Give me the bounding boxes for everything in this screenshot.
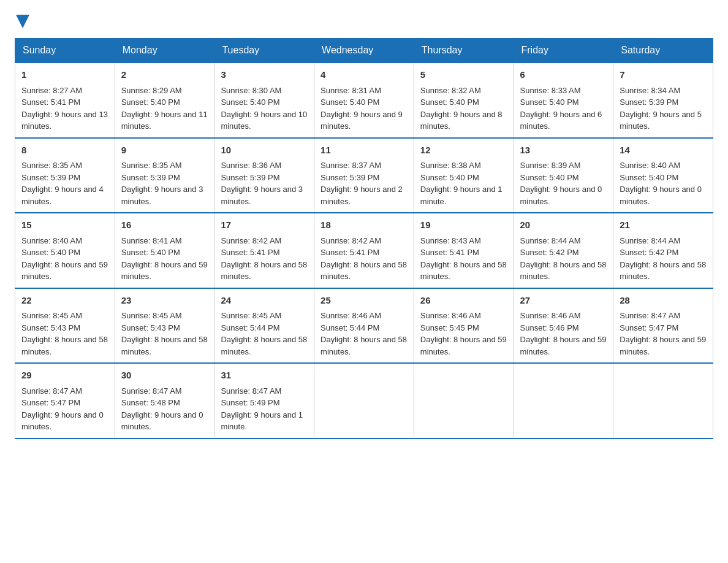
calendar-cell: 23Sunrise: 8:45 AMSunset: 5:43 PMDayligh…: [115, 288, 214, 364]
calendar-cell: 30Sunrise: 8:47 AMSunset: 5:48 PMDayligh…: [115, 363, 214, 439]
calendar-cell: 8Sunrise: 8:35 AMSunset: 5:39 PMDaylight…: [15, 138, 115, 213]
calendar-cell: 14Sunrise: 8:40 AMSunset: 5:40 PMDayligh…: [613, 138, 713, 213]
day-number: 12: [420, 144, 507, 158]
calendar-cell: 24Sunrise: 8:45 AMSunset: 5:44 PMDayligh…: [214, 288, 314, 364]
day-number: 16: [121, 218, 208, 232]
calendar-day-header: Friday: [514, 39, 613, 63]
day-number: 29: [21, 369, 108, 383]
calendar-day-header: Tuesday: [214, 39, 314, 63]
calendar-cell: 12Sunrise: 8:38 AMSunset: 5:40 PMDayligh…: [414, 138, 514, 213]
calendar-cell: 6Sunrise: 8:33 AMSunset: 5:40 PMDaylight…: [514, 63, 613, 138]
calendar-cell: 1Sunrise: 8:27 AMSunset: 5:41 PMDaylight…: [15, 63, 115, 138]
day-number: 28: [620, 294, 707, 308]
calendar-cell: 3Sunrise: 8:30 AMSunset: 5:40 PMDaylight…: [214, 63, 314, 138]
day-number: 30: [121, 369, 208, 383]
page-header: [15, 15, 713, 28]
calendar-cell: 22Sunrise: 8:45 AMSunset: 5:43 PMDayligh…: [15, 288, 115, 364]
calendar-cell: 17Sunrise: 8:42 AMSunset: 5:41 PMDayligh…: [214, 213, 314, 288]
calendar-cell: 21Sunrise: 8:44 AMSunset: 5:42 PMDayligh…: [613, 213, 713, 288]
logo: [15, 15, 29, 28]
day-number: 4: [320, 68, 408, 82]
day-number: 5: [420, 68, 507, 82]
day-number: 20: [520, 218, 607, 232]
calendar-week-row: 15Sunrise: 8:40 AMSunset: 5:40 PMDayligh…: [15, 213, 713, 288]
calendar-cell: [613, 363, 713, 439]
calendar-cell: 4Sunrise: 8:31 AMSunset: 5:40 PMDaylight…: [314, 63, 414, 138]
calendar-cell: 2Sunrise: 8:29 AMSunset: 5:40 PMDaylight…: [115, 63, 214, 138]
calendar-cell: 13Sunrise: 8:39 AMSunset: 5:40 PMDayligh…: [514, 138, 613, 213]
svg-marker-0: [16, 15, 29, 28]
calendar-cell: 9Sunrise: 8:35 AMSunset: 5:39 PMDaylight…: [115, 138, 214, 213]
day-number: 22: [21, 294, 108, 308]
calendar-cell: 20Sunrise: 8:44 AMSunset: 5:42 PMDayligh…: [514, 213, 613, 288]
calendar-week-row: 22Sunrise: 8:45 AMSunset: 5:43 PMDayligh…: [15, 288, 713, 364]
day-number: 21: [620, 218, 707, 232]
calendar-cell: 15Sunrise: 8:40 AMSunset: 5:40 PMDayligh…: [15, 213, 115, 288]
calendar-cell: 7Sunrise: 8:34 AMSunset: 5:39 PMDaylight…: [613, 63, 713, 138]
day-number: 26: [420, 294, 507, 308]
calendar-week-row: 29Sunrise: 8:47 AMSunset: 5:47 PMDayligh…: [15, 363, 713, 439]
calendar-week-row: 1Sunrise: 8:27 AMSunset: 5:41 PMDaylight…: [15, 63, 713, 138]
day-number: 6: [520, 68, 607, 82]
calendar-cell: 25Sunrise: 8:46 AMSunset: 5:44 PMDayligh…: [314, 288, 414, 364]
calendar-day-header: Saturday: [613, 39, 713, 63]
day-number: 31: [221, 369, 308, 383]
calendar-day-header: Sunday: [15, 39, 115, 63]
calendar-header-row: SundayMondayTuesdayWednesdayThursdayFrid…: [15, 39, 713, 63]
calendar-cell: [414, 363, 514, 439]
day-number: 23: [121, 294, 208, 308]
calendar-cell: [514, 363, 613, 439]
calendar-cell: [314, 363, 414, 439]
day-number: 10: [221, 144, 308, 158]
calendar-day-header: Monday: [115, 39, 214, 63]
day-number: 7: [620, 68, 707, 82]
calendar-cell: 19Sunrise: 8:43 AMSunset: 5:41 PMDayligh…: [414, 213, 514, 288]
calendar-cell: 26Sunrise: 8:46 AMSunset: 5:45 PMDayligh…: [414, 288, 514, 364]
day-number: 3: [221, 68, 308, 82]
calendar-cell: 10Sunrise: 8:36 AMSunset: 5:39 PMDayligh…: [214, 138, 314, 213]
day-number: 1: [21, 68, 108, 82]
day-number: 15: [21, 218, 108, 232]
day-number: 18: [320, 218, 408, 232]
calendar-day-header: Thursday: [414, 39, 514, 63]
day-number: 24: [221, 294, 308, 308]
day-number: 2: [121, 68, 208, 82]
calendar-cell: 29Sunrise: 8:47 AMSunset: 5:47 PMDayligh…: [15, 363, 115, 439]
day-number: 11: [320, 144, 408, 158]
day-number: 13: [520, 144, 607, 158]
calendar-cell: 11Sunrise: 8:37 AMSunset: 5:39 PMDayligh…: [314, 138, 414, 213]
calendar-cell: 27Sunrise: 8:46 AMSunset: 5:46 PMDayligh…: [514, 288, 613, 364]
calendar-week-row: 8Sunrise: 8:35 AMSunset: 5:39 PMDaylight…: [15, 138, 713, 213]
day-number: 25: [320, 294, 408, 308]
calendar-cell: 28Sunrise: 8:47 AMSunset: 5:47 PMDayligh…: [613, 288, 713, 364]
day-number: 17: [221, 218, 308, 232]
day-number: 27: [520, 294, 607, 308]
day-number: 19: [420, 218, 507, 232]
calendar-table: SundayMondayTuesdayWednesdayThursdayFrid…: [15, 38, 713, 439]
day-number: 8: [21, 144, 108, 158]
calendar-cell: 31Sunrise: 8:47 AMSunset: 5:49 PMDayligh…: [214, 363, 314, 439]
calendar-day-header: Wednesday: [314, 39, 414, 63]
day-number: 14: [620, 144, 707, 158]
calendar-cell: 18Sunrise: 8:42 AMSunset: 5:41 PMDayligh…: [314, 213, 414, 288]
calendar-cell: 16Sunrise: 8:41 AMSunset: 5:40 PMDayligh…: [115, 213, 214, 288]
logo-arrow-icon: [16, 15, 29, 28]
calendar-cell: 5Sunrise: 8:32 AMSunset: 5:40 PMDaylight…: [414, 63, 514, 138]
day-number: 9: [121, 144, 208, 158]
